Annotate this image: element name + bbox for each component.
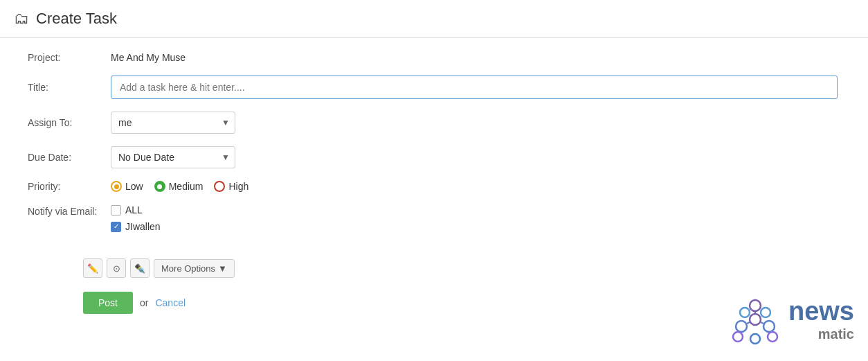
svg-point-7	[740, 308, 750, 317]
notify-row: Notify via Email: ALL ✓ JIwallen	[28, 204, 840, 232]
notify-jlwallen-option[interactable]: ✓ JIwallen	[111, 221, 161, 232]
more-options-arrow: ▼	[218, 263, 227, 274]
svg-line-6	[761, 322, 763, 324]
pencil-icon-button[interactable]: ✒️	[130, 258, 150, 278]
notify-all-checkbox[interactable]	[111, 205, 121, 215]
priority-label: Priority:	[28, 181, 111, 192]
svg-point-9	[733, 332, 743, 342]
svg-point-8	[761, 308, 770, 317]
notify-jlwallen-checkbox[interactable]: ✓	[111, 222, 121, 232]
svg-point-10	[768, 332, 777, 342]
svg-point-1	[736, 321, 747, 332]
svg-point-3	[750, 314, 761, 325]
title-input[interactable]	[111, 76, 838, 99]
assign-select-wrapper: me others ▼	[111, 112, 235, 134]
priority-medium-inner	[157, 184, 162, 189]
priority-low-inner	[114, 184, 119, 189]
watermark-logo-icon	[727, 292, 783, 347]
checkbox-checkmark: ✓	[114, 223, 119, 230]
svg-point-2	[763, 321, 775, 332]
project-value: Me And My Muse	[111, 52, 186, 63]
title-label: Title:	[28, 82, 111, 93]
priority-low-label: Low	[125, 181, 143, 192]
priority-high-label: High	[228, 181, 248, 192]
priority-high-circle	[214, 181, 225, 192]
create-task-form: Project: Me And My Muse Title: Assign To…	[0, 38, 868, 258]
priority-group: Low Medium High	[111, 181, 248, 192]
svg-point-11	[750, 334, 760, 344]
priority-medium-circle	[154, 181, 165, 192]
priority-high-option[interactable]: High	[214, 181, 248, 192]
page-title: Create Task	[36, 10, 117, 28]
watermark-matic: matic	[788, 326, 854, 342]
or-text: or	[140, 297, 148, 308]
circle-icon-button[interactable]: ⊙	[107, 258, 126, 278]
more-options-button[interactable]: More Options ▼	[154, 259, 235, 278]
notify-all-option[interactable]: ALL	[111, 204, 161, 215]
priority-high-inner	[217, 184, 222, 189]
due-date-row: Due Date: No Due Date Today Tomorrow Nex…	[28, 146, 840, 168]
assign-label: Assign To:	[28, 117, 111, 128]
watermark-text-container: news matic	[788, 297, 854, 342]
title-row: Title:	[28, 76, 840, 99]
priority-medium-label: Medium	[169, 181, 204, 192]
notify-all-label: ALL	[125, 204, 143, 215]
priority-low-option[interactable]: Low	[111, 181, 143, 192]
notify-jlwallen-label: JIwallen	[125, 221, 161, 232]
svg-line-5	[747, 322, 750, 324]
svg-point-0	[750, 300, 761, 311]
project-label: Project:	[28, 52, 111, 63]
more-options-row: ✏️ ⊙ ✒️ More Options ▼	[83, 258, 868, 278]
edit-icon-button[interactable]: ✏️	[83, 258, 102, 278]
post-button[interactable]: Post	[83, 292, 133, 314]
create-task-icon: 🗂	[14, 10, 29, 28]
duedate-label: Due Date:	[28, 152, 111, 163]
watermark: news matic	[727, 292, 854, 347]
priority-row: Priority: Low Medium High	[28, 181, 840, 192]
priority-medium-option[interactable]: Medium	[154, 181, 204, 192]
project-row: Project: Me And My Muse	[28, 52, 840, 63]
watermark-news: news	[788, 297, 854, 326]
cancel-button[interactable]: Cancel	[155, 297, 186, 308]
more-options-label: More Options	[161, 263, 215, 274]
assign-to-row: Assign To: me others ▼	[28, 112, 840, 134]
priority-low-circle	[111, 181, 122, 192]
notify-group: ALL ✓ JIwallen	[111, 204, 161, 232]
page-header: 🗂 Create Task	[0, 0, 868, 38]
duedate-select[interactable]: No Due Date Today Tomorrow Next Week	[111, 146, 235, 168]
assign-select[interactable]: me others	[111, 112, 235, 134]
duedate-select-wrapper: No Due Date Today Tomorrow Next Week ▼	[111, 146, 235, 168]
notify-label: Notify via Email:	[28, 204, 111, 217]
